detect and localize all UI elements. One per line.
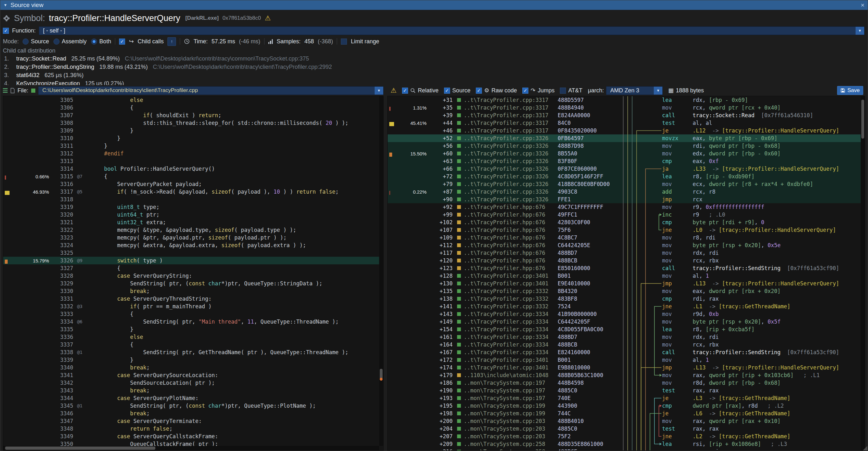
asm-row[interactable]: +209..mon\TracySystem.cpp:258488D35E8861…: [388, 440, 861, 448]
source-line[interactable]: 3344 case ServerQueryPlotName:: [3, 394, 379, 402]
source-location[interactable]: ..t\TracyProfiler.cpp:3334: [453, 349, 558, 356]
mode-radio-assembly[interactable]: Assembly: [54, 38, 87, 45]
asm-row[interactable]: +216..mon\TracySystem.cpp:258488BCEmovrc…: [388, 448, 861, 450]
source-line[interactable]: 3313: [3, 157, 379, 165]
asm-row[interactable]: +52..t\TracyProfiler.cpp:33260FB64597mov…: [388, 134, 861, 142]
att-checkbox[interactable]: [560, 88, 566, 94]
asm-row[interactable]: +46..t\TracyProfiler.cpp:33170F843502000…: [388, 127, 861, 134]
source-line[interactable]: 3331 case ServerQueryThreadString:: [3, 295, 379, 303]
asm-row[interactable]: +200..mon\TracySystem.cpp:203488B4010mov…: [388, 417, 861, 425]
source-line[interactable]: 3306 {: [3, 104, 379, 112]
source-location[interactable]: ..t\TracyProfiler.cpp:3334: [453, 334, 558, 340]
asm-row[interactable]: +79..t\TracyProfiler.cpp:3326418B8C80E0B…: [388, 180, 861, 188]
asm-row[interactable]: +72..t\TracyProfiler.cpp:33264C8D05F146F…: [388, 173, 861, 180]
asm-row[interactable]: +92..t\TracyProfiler.hpp:67649C7C1FFFFFF…: [388, 203, 861, 211]
close-icon[interactable]: ×: [861, 2, 865, 8]
asm-row[interactable]: +123..t\TracyProfiler.hpp:676E850160000c…: [388, 264, 861, 272]
relative-checkbox[interactable]: ✓: [402, 88, 408, 94]
mode-radio-both[interactable]: Both: [91, 38, 111, 45]
asm-row[interactable]: 1.31%+35..t\TracyProfiler.cpp:3317488B49…: [388, 104, 861, 112]
source-location[interactable]: ..mon\TracySystem.cpp:197: [453, 395, 558, 401]
source-location[interactable]: ..t\TracyProfiler.cpp:3326: [453, 166, 558, 172]
asm-row[interactable]: +120..t\TracyProfiler.hpp:676488BCBmovrc…: [388, 257, 861, 264]
source-line[interactable]: 3314 bool Profiler::HandleServerQuery(): [3, 165, 379, 173]
source-location[interactable]: ..mon\TracySystem.cpp:203: [453, 425, 558, 432]
source-line[interactable]: 3349 case ServerQueryCallstackFrame:: [3, 432, 379, 440]
source-location[interactable]: ..mon\TracySystem.cpp:258: [453, 448, 558, 450]
asm-row[interactable]: +109..t\TracyProfiler.hpp:6764C8BC7movr8…: [388, 234, 861, 241]
source-location[interactable]: ..t\TracyProfiler.hpp:676: [453, 227, 558, 233]
source-vertical-scrollbar[interactable]: [379, 96, 383, 446]
rawcode-checkbox[interactable]: ✓: [476, 88, 482, 94]
source-line[interactable]: 3340 break;: [3, 364, 379, 371]
source-line[interactable]: 3328 case ServerQueryString:: [3, 272, 379, 280]
source-location[interactable]: ..mon\TracySystem.cpp:199: [453, 410, 558, 417]
source-line[interactable]: 3305 else: [3, 96, 379, 104]
titlebar[interactable]: ▼ Source view ×: [0, 0, 868, 10]
asm-row[interactable]: +141..t\TracyProfiler.cpp:33327524jne.L1…: [388, 303, 861, 310]
source-line[interactable]: 3335 }: [3, 326, 379, 333]
source-location[interactable]: ..mon\TracySystem.cpp:197: [453, 380, 558, 386]
arrow-up-button[interactable]: ↑: [167, 37, 176, 46]
source-line[interactable]: 3327 {: [3, 264, 379, 272]
source-location[interactable]: ..t\TracyProfiler.hpp:676: [453, 204, 558, 210]
asm-row[interactable]: +138..t\TracyProfiler.cpp:3332483BF8cmpr…: [388, 295, 861, 303]
source-line[interactable]: 3342 SendSourceLocation( ptr );: [3, 379, 379, 387]
asm-row[interactable]: +63..t\TracyProfiler.cpp:332683F80Fcmpea…: [388, 157, 861, 165]
source-location[interactable]: ..t\TracyProfiler.cpp:3401: [453, 280, 558, 287]
source-line[interactable]: 3316 ServerQueryPacket payload;: [3, 180, 379, 188]
asm-row[interactable]: +99..t\TracyProfiler.hpp:67649FFC1incr9 …: [388, 211, 861, 218]
asm-row[interactable]: 0.22%+87..t\TracyProfiler.cpp:33264903C8…: [388, 188, 861, 196]
source-location[interactable]: ..t\TracyProfiler.cpp:3332: [453, 288, 558, 294]
source-location[interactable]: ..t\TracyProfiler.hpp:676: [453, 219, 558, 226]
source-line[interactable]: 3337 {: [3, 341, 379, 349]
source-location[interactable]: ..mon\TracySystem.cpp:258: [453, 441, 558, 447]
asm-row[interactable]: +112..t\TracyProfiler.hpp:676C64424205Em…: [388, 241, 861, 249]
source-location[interactable]: ..mon\TracySystem.cpp:199: [453, 402, 558, 409]
source-location[interactable]: ..t\TracyProfiler.hpp:676: [453, 242, 558, 248]
radio-icon[interactable]: [23, 38, 29, 44]
uarch-dropdown[interactable]: AMD Zen 3 ▼: [606, 86, 663, 95]
source-location[interactable]: ..t\TracyProfiler.cpp:3332: [453, 296, 558, 302]
asm-row[interactable]: +90..t\TracyProfiler.cpp:3326FFE1jmprcx: [388, 196, 861, 203]
source-location[interactable]: ..t\TracyProfiler.cpp:3326: [453, 173, 558, 180]
source-location[interactable]: ..mon\TracySystem.cpp:203: [453, 418, 558, 424]
source-line[interactable]: 3310 }: [3, 134, 379, 142]
source-location[interactable]: ..t\TracyProfiler.hpp:676: [453, 211, 558, 218]
limit-range-checkbox[interactable]: [341, 38, 347, 44]
scrollbar-thumb[interactable]: [861, 100, 864, 139]
asm-row[interactable]: +56..t\TracyProfiler.cpp:3326488B7D98mov…: [388, 142, 861, 150]
source-location[interactable]: ..t\TracyProfiler.cpp:3317: [453, 97, 558, 103]
asm-row[interactable]: +164..t\TracyProfiler.cpp:3334488BCBmovr…: [388, 341, 861, 349]
asm-row[interactable]: +204..mon\TracySystem.cpp:2034885C0testr…: [388, 425, 861, 432]
radio-icon[interactable]: [91, 38, 97, 44]
source-location[interactable]: ..mon\TracySystem.cpp:197: [453, 387, 558, 394]
source-location[interactable]: ..t\TracyProfiler.cpp:3326: [453, 135, 558, 142]
source-location[interactable]: ..mon\TracySystem.cpp:203: [453, 433, 558, 440]
source-line[interactable]: 3308 std::this_thread::sleep_for( std::c…: [3, 119, 379, 127]
asm-row[interactable]: 15.50%+60..t\TracyProfiler.cpp:33268B55A…: [388, 150, 861, 157]
source-location[interactable]: ..t\TracyProfiler.cpp:3332: [453, 303, 558, 309]
asm-row[interactable]: +128..t\TracyProfiler.cpp:3401B001moval,…: [388, 272, 861, 280]
source-line[interactable]: 3348 return false;: [3, 425, 379, 432]
source-line[interactable]: 3311 }: [3, 142, 379, 150]
source-line[interactable]: 3341 case ServerQuerySourceLocation:: [3, 371, 379, 379]
asm-row[interactable]: +66..t\TracyProfiler.cpp:33260F87CE06000…: [388, 165, 861, 173]
source-line[interactable]: 46.93%3317@5 if( !m_sock->Read( &payload…: [3, 188, 379, 196]
source-location[interactable]: ..t\TracyProfiler.cpp:3317: [453, 127, 558, 134]
source-line[interactable]: 3321 uint32_t extra;: [3, 218, 379, 226]
source-line[interactable]: 3330 break;: [3, 287, 379, 295]
source-line[interactable]: 3312 #endif: [3, 150, 379, 157]
save-button[interactable]: Save: [837, 86, 863, 95]
asm-row[interactable]: +31..t\TracyProfiler.cpp:3317488D5597lea…: [388, 96, 861, 104]
file-list-icon[interactable]: [3, 88, 8, 93]
source-location[interactable]: ..t\TracyProfiler.cpp:3401: [453, 357, 558, 363]
asm-row[interactable]: 45.41%+44..t\TracyProfiler.cpp:331784C0t…: [388, 119, 861, 127]
source-line[interactable]: 3329 SendString( ptr, (const char*)ptr, …: [3, 280, 379, 287]
child-call-entry[interactable]: 1.tracy::Socket::Read25.25 ms (54.89%)C:…: [3, 55, 865, 63]
asm-row[interactable]: +154..t\TracyProfiler.cpp:33344C8D055FBA…: [388, 326, 861, 333]
source-location[interactable]: ..1103\include\atomic:1048: [453, 372, 558, 379]
asm-row[interactable]: +161..t\TracyProfiler.cpp:3334488BD7movr…: [388, 333, 861, 341]
asm-row[interactable]: +117..t\TracyProfiler.hpp:676488BD7movrd…: [388, 249, 861, 257]
source-line[interactable]: 3318: [3, 196, 379, 203]
